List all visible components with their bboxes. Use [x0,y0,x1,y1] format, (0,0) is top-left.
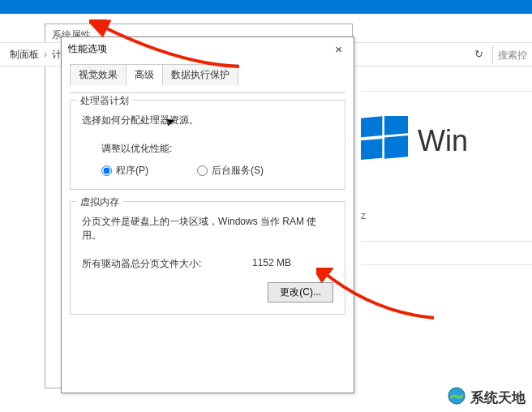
watermark: 系统天地 [448,387,526,409]
processor-desc: 选择如何分配处理器资源。 [82,114,333,127]
group-title: 处理器计划 [77,94,132,108]
right-panel: Win z [361,68,532,388]
tab-row: 视觉效果 高级 数据执行保护 [70,64,345,85]
performance-options-dialog: 性能选项 × 视觉效果 高级 数据执行保护 处理器计划 选择如何分配处理器资源。… [61,36,354,393]
tab-visual-effects[interactable]: 视觉效果 [70,64,127,85]
radio-group: 程序(P) 后台服务(S) [101,164,333,178]
dialog-body: 视觉效果 高级 数据执行保护 处理器计划 选择如何分配处理器资源。 调整以优化性… [62,61,354,334]
svg-rect-1 [384,116,408,135]
search-input[interactable]: 搜索控 [498,49,527,62]
change-button[interactable]: 更改(C)... [268,282,333,303]
group-title: 虚拟内存 [77,195,122,209]
tab-advanced[interactable]: 高级 [126,64,163,85]
chevron-right-icon: › [42,49,49,60]
globe-icon [448,387,466,409]
divider [361,264,532,265]
radio-programs[interactable]: 程序(P) [101,164,148,178]
stray-text: z [361,210,532,221]
paging-size-label: 所有驱动器总分页文件大小: [82,257,252,271]
radio-background-services[interactable]: 后台服务(S) [197,164,264,178]
paging-size-row: 所有驱动器总分页文件大小: 1152 MB [82,257,333,271]
svg-rect-0 [361,116,382,137]
windows-text: Win [418,124,468,158]
windows-logo-icon [361,116,408,166]
button-row: 更改(C)... [82,282,333,303]
adjust-label: 调整以优化性能: [101,142,333,156]
refresh-icon[interactable]: ↻ [474,48,483,60]
watermark-text: 系统天地 [470,388,526,407]
radio-label: 程序(P) [116,164,148,178]
radio-input-programs[interactable] [101,165,112,176]
radio-input-services[interactable] [197,165,208,176]
processor-scheduling-group: 处理器计划 选择如何分配处理器资源。 调整以优化性能: 程序(P) 后台服务(S… [70,100,345,190]
divider [361,91,532,92]
windows-branding: Win [361,116,532,166]
divider [492,45,493,63]
dialog-titlebar: 性能选项 × [62,37,354,61]
tab-underline [70,92,345,93]
breadcrumb-item[interactable]: 制面板 [6,46,42,63]
svg-rect-2 [361,139,382,160]
svg-rect-3 [384,135,408,159]
virtual-memory-group: 虚拟内存 分页文件是硬盘上的一块区域，Windows 当作 RAM 使用。 所有… [70,201,345,315]
paging-size-value: 1152 MB [252,257,333,271]
divider [361,241,532,242]
radio-label: 后台服务(S) [212,164,264,178]
accent-bar [0,0,532,14]
dialog-title: 性能选项 [68,42,107,56]
vm-desc: 分页文件是硬盘上的一块区域，Windows 当作 RAM 使用。 [82,215,333,242]
close-icon[interactable]: × [330,42,347,56]
tab-dep[interactable]: 数据执行保护 [162,64,238,85]
